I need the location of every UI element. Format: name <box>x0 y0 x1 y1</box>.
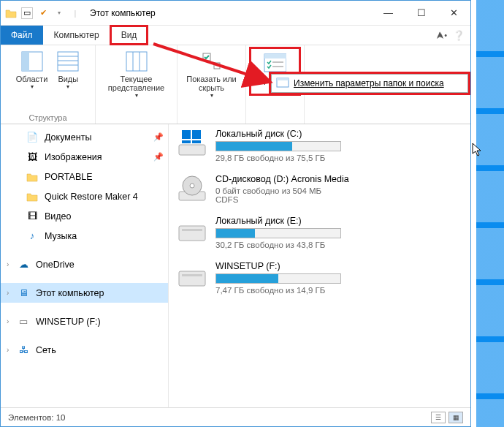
properties-icon[interactable]: ▭ <box>21 7 33 19</box>
main-pane: Локальный диск (C:) 29,8 ГБ свободно из … <box>169 124 470 407</box>
chevron-right-icon[interactable]: › <box>7 346 9 354</box>
svg-point-24 <box>190 184 194 188</box>
nav-winsetup[interactable]: ›▭WINSETUP (F:) <box>1 311 168 331</box>
group-label-structure: Структура <box>28 113 66 122</box>
tab-file[interactable]: Файл <box>1 26 43 45</box>
tiles-view-icon[interactable]: ▦ <box>448 412 463 423</box>
folder-icon <box>26 190 39 203</box>
layout-icon <box>56 50 80 73</box>
nav-onedrive[interactable]: ›☁OneDrive <box>1 254 168 274</box>
svg-rect-26 <box>182 229 202 231</box>
window-title: Этот компьютер <box>85 8 372 18</box>
pin-icon: 📌 <box>153 152 164 162</box>
panes-button[interactable]: Области▾ <box>13 48 51 91</box>
usage-bar <box>215 141 341 151</box>
drive-c[interactable]: Локальный диск (C:) 29,8 ГБ свободно из … <box>176 129 463 162</box>
navigation-pane-icon <box>20 50 44 73</box>
svg-rect-19 <box>192 130 201 139</box>
quick-access-toolbar: ▭ ✔ ▾ | <box>1 7 85 19</box>
chevron-right-icon[interactable]: › <box>7 260 9 268</box>
tab-view[interactable]: Вид <box>110 26 148 45</box>
content-area: 📄Документы📌 🖼Изображения📌 PORTABLE Quick… <box>1 124 470 407</box>
windows-drive-icon <box>176 129 208 158</box>
drive-e[interactable]: Локальный диск (E:) 30,2 ГБ свободно из … <box>176 216 463 249</box>
columns-icon <box>125 50 148 73</box>
documents-icon: 📄 <box>26 131 39 144</box>
separator: | <box>69 7 81 19</box>
nav-qrm[interactable]: Quick Restore Maker 4 <box>1 186 168 206</box>
help-icon[interactable]: ❔ <box>453 30 465 41</box>
music-icon: ♪ <box>26 230 39 243</box>
svg-rect-17 <box>179 145 205 155</box>
svg-rect-1 <box>22 52 29 71</box>
hdd-icon <box>176 216 208 245</box>
svg-rect-27 <box>179 271 205 286</box>
cursor-icon <box>472 143 484 160</box>
svg-rect-2 <box>58 52 78 71</box>
network-icon: 🖧 <box>17 344 30 357</box>
nav-thispc[interactable]: ›🖥Этот компьютер <box>1 283 168 303</box>
chevron-right-icon[interactable]: › <box>7 317 9 325</box>
svg-rect-20 <box>182 140 191 143</box>
nav-music[interactable]: ♪Музыка <box>1 226 168 246</box>
computer-icon: 🖥 <box>17 287 30 300</box>
svg-rect-28 <box>182 274 202 276</box>
svg-rect-6 <box>126 52 147 71</box>
title-bar: ▭ ✔ ▾ | Этот компьютер ― ☐ ✕ <box>1 1 470 26</box>
svg-rect-18 <box>182 130 191 139</box>
chevron-right-icon[interactable]: › <box>7 289 9 297</box>
check-icon[interactable]: ✔ <box>37 7 49 19</box>
cd-drive-icon <box>176 174 208 203</box>
usage-bar <box>215 273 341 284</box>
minimize-button[interactable]: ― <box>372 2 405 24</box>
close-button[interactable]: ✕ <box>438 2 470 24</box>
svg-rect-25 <box>179 226 205 241</box>
desktop-background <box>476 0 504 427</box>
svg-rect-10 <box>214 63 220 69</box>
change-folder-options-item[interactable]: Изменить параметры папок и поиска <box>271 74 468 93</box>
drive-f[interactable]: WINSETUP (F:) 7,47 ГБ свободно из 14,9 Г… <box>176 261 463 295</box>
nav-network[interactable]: ›🖧Сеть <box>1 340 168 360</box>
nav-video[interactable]: 🎞Видео <box>1 206 168 226</box>
minimize-ribbon-icon[interactable]: ⮝• <box>436 31 447 39</box>
pictures-icon: 🖼 <box>26 151 39 164</box>
svg-rect-12 <box>264 54 286 58</box>
folder-icon <box>26 170 39 184</box>
drive-icon: ▭ <box>17 315 30 328</box>
onedrive-icon: ☁ <box>17 258 30 271</box>
usage-bar <box>215 228 341 238</box>
status-bar: Элементов: 10 ☰ ▦ <box>1 407 470 426</box>
nav-portable[interactable]: PORTABLE <box>1 167 168 186</box>
maximize-button[interactable]: ☐ <box>405 2 438 24</box>
navigation-pane: 📄Документы📌 🖼Изображения📌 PORTABLE Quick… <box>1 124 169 407</box>
folder-icon <box>5 7 17 19</box>
item-count: Элементов: 10 <box>8 413 65 422</box>
nav-images[interactable]: 🖼Изображения📌 <box>1 147 168 167</box>
tab-computer[interactable]: Компьютер <box>43 26 110 45</box>
current-view-button[interactable]: Текущее представление▾ <box>100 48 172 100</box>
options-small-icon <box>276 78 289 90</box>
svg-rect-16 <box>277 78 289 80</box>
checkbox-icon <box>200 50 224 73</box>
show-hide-button[interactable]: Показать или скрыть▾ <box>182 48 241 100</box>
views-button[interactable]: Виды▾ <box>53 48 83 91</box>
video-icon: 🎞 <box>26 210 39 223</box>
qat-dropdown-icon[interactable]: ▾ <box>53 7 65 19</box>
pin-icon: 📌 <box>153 132 164 142</box>
hdd-icon <box>176 261 208 290</box>
drive-d[interactable]: CD-дисковод (D:) Acronis Media 0 байт св… <box>176 174 463 204</box>
nav-documents[interactable]: 📄Документы📌 <box>1 127 168 147</box>
ribbon-tabs: Файл Компьютер Вид ⮝• ❔ <box>1 26 470 45</box>
details-view-icon[interactable]: ☰ <box>431 412 446 423</box>
svg-rect-21 <box>192 140 201 143</box>
explorer-window: ▭ ✔ ▾ | Этот компьютер ― ☐ ✕ Файл Компью… <box>0 0 471 427</box>
options-icon <box>263 51 286 75</box>
